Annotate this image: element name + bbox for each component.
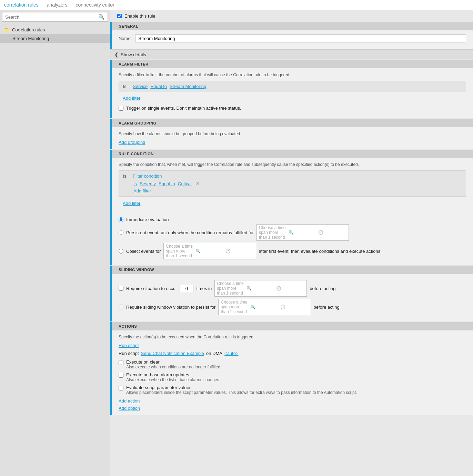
dma-value-link[interactable]: <auto> [224, 351, 239, 356]
sidebar-item-stream-monitoring[interactable]: Stream Monitoring [0, 34, 110, 43]
enable-rule-checkbox[interactable] [117, 14, 122, 18]
general-section-body: Name: [110, 30, 473, 49]
execute-on-clear-checkbox[interactable] [119, 360, 123, 365]
alarm-grouping-header: ALARM GROUPING [110, 119, 473, 127]
collect-timespan-input[interactable]: Choose a time span more than 1 second 🔍 … [163, 243, 256, 259]
rc-inner-add-filter-link[interactable]: Add filter [133, 188, 151, 194]
script-name-link[interactable]: Send Chat Notification Example [141, 351, 204, 356]
trigger-single-events-label: Trigger on single events. Don't maintain… [126, 106, 241, 111]
add-grouping-link[interactable]: Add grouping [119, 140, 145, 145]
persistent-timespan-placeholder: Choose a time span more than 1 second [259, 225, 287, 240]
name-label: Name: [119, 36, 132, 41]
sidebar-item-correlation-rules[interactable]: 📁 Correlation rules [0, 25, 110, 34]
execute-on-clear-row: Execute on clear Also execute when condi… [119, 359, 466, 369]
evaluate-script-label: Evaluate script parameter values [126, 385, 357, 390]
clock-timespan-icon[interactable]: 🕐 [318, 230, 346, 235]
content-area: Enable this rule GENERAL Name: ❮ Show de… [110, 10, 473, 476]
rc-filter-condition-link[interactable]: Filter condition [133, 173, 162, 179]
show-details-toggle[interactable]: ❮ Show details [110, 49, 473, 59]
sliding-window-body: Require situation to occur times in Choo… [110, 274, 473, 321]
nav-analyzers[interactable]: analyzers [47, 2, 68, 8]
nav-correlation-rules[interactable]: correlation rules [4, 2, 39, 8]
execute-on-clear-label: Execute on clear [126, 359, 220, 365]
require-situation-row: Require situation to occur times in Choo… [119, 280, 466, 297]
run-script-row: Run script Send Chat Notification Exampl… [119, 351, 466, 356]
alarm-add-filter-link[interactable]: Add filter [123, 96, 140, 101]
require-situation-checkbox[interactable] [119, 286, 123, 291]
search-timespan-icon[interactable]: 🔍 [289, 230, 317, 235]
rc-row2: Is Severity Equal to Critical ✕ [123, 181, 462, 186]
general-section-header: GENERAL [110, 22, 473, 30]
execute-on-base-checkbox[interactable] [119, 373, 123, 378]
nav-connectivity-editor[interactable]: connectivity editor [76, 2, 114, 8]
immediate-evaluation-radio[interactable] [119, 217, 123, 222]
persist-violation-checkbox[interactable] [119, 305, 123, 309]
rule-condition-filter-outer: Is Filter condition Is Severity Equal to… [119, 170, 466, 197]
persist-timespan-input[interactable]: Choose a time span more than 1 second 🔍 … [218, 299, 311, 315]
times-in-label: times in [196, 286, 212, 291]
enable-rule-label: Enable this rule [124, 13, 155, 19]
filter-equal-to[interactable]: Equal to [150, 84, 167, 89]
filter-value-stream-monitoring[interactable]: Stream Monitoring [170, 84, 206, 89]
rc-outer-add-filter-link[interactable]: Add filter [123, 201, 140, 206]
search-collect-icon[interactable]: 🔍 [195, 249, 224, 254]
enable-rule-row: Enable this rule [110, 10, 473, 22]
persist-clock-icon[interactable]: 🕐 [280, 305, 309, 309]
alarm-filter-section: ALARM FILTER Specify a filter to limit t… [110, 60, 473, 118]
sw-search-icon[interactable]: 🔍 [246, 286, 275, 291]
alarm-grouping-body: Specify how the alarms should be grouped… [110, 127, 473, 149]
general-section: GENERAL Name: ❮ Show details [110, 22, 473, 59]
sw-timespan-input[interactable]: Choose a time span more than 1 second 🔍 … [214, 280, 307, 297]
rc-inner-is-link[interactable]: Is [133, 181, 137, 186]
execute-on-base-desc: Also execute when the list of base alarm… [126, 377, 219, 382]
alarm-filter-desc: Specify a filter to limit the number of … [119, 72, 466, 77]
rc-equal-to-link[interactable]: Equal to [159, 181, 175, 186]
add-action-link[interactable]: Add action [119, 398, 466, 404]
is-label: Is [123, 84, 130, 89]
evaluate-script-checkbox[interactable] [119, 386, 123, 390]
collect-events-suffix: after first event, then evaluate conditi… [259, 249, 381, 254]
rc-is-label: Is [123, 174, 130, 179]
trigger-single-events-checkbox[interactable] [119, 106, 123, 111]
clock-collect-icon[interactable]: 🕐 [225, 249, 254, 254]
name-input[interactable] [135, 34, 466, 42]
rc-remove-icon[interactable]: ✕ [196, 181, 200, 186]
search-button[interactable]: 🔍 [98, 14, 105, 20]
folder-icon: 📁 [4, 27, 10, 32]
sliding-window-section: SLIDING WINDOW Require situation to occu… [110, 266, 473, 321]
main-layout: 🔍 📁 Correlation rules Stream Monitoring … [0, 10, 473, 476]
filter-field-service[interactable]: Service [133, 84, 148, 89]
rc-critical-link[interactable]: Critical [178, 181, 192, 186]
persist-violation-row: Require sliding window violation to pers… [119, 299, 466, 315]
actions-desc: Specify the action(s) to be executed whe… [119, 335, 466, 339]
alarm-filter-header: ALARM FILTER [110, 60, 473, 68]
persist-before-acting-label: before acting [314, 305, 340, 310]
search-input[interactable] [5, 14, 98, 20]
evaluation-radio-section: Immediate evaluation Persistent event: a… [110, 211, 473, 265]
execute-on-base-label: Execute on base alarm updates [126, 372, 219, 377]
name-row: Name: [119, 34, 466, 42]
rc-severity-link[interactable]: Severity [140, 181, 156, 186]
actions-header: ACTIONS [110, 322, 473, 330]
run-script-link[interactable]: Run script [119, 343, 466, 348]
actions-section: ACTIONS Specify the action(s) to be exec… [110, 322, 473, 415]
sw-clock-icon[interactable]: 🕐 [276, 286, 304, 291]
alarm-filter-body: Specify a filter to limit the number of … [110, 68, 473, 118]
add-option-link[interactable]: Add option [119, 406, 466, 411]
persistent-timespan-input[interactable]: Choose a time span more than 1 second 🔍 … [256, 224, 349, 241]
collect-events-radio[interactable] [119, 249, 123, 254]
top-nav: correlation rules analyzers connectivity… [0, 0, 473, 10]
persist-search-icon[interactable]: 🔍 [250, 305, 279, 309]
times-input[interactable] [180, 285, 193, 292]
collect-timespan-placeholder: Choose a time span more than 1 second [166, 244, 194, 258]
actions-body: Specify the action(s) to be executed whe… [110, 330, 473, 415]
alarm-add-filter-row: Add filter [119, 94, 466, 102]
persist-violation-label: Require sliding window violation to pers… [126, 305, 215, 310]
evaluate-script-info: Evaluate script parameter values Allows … [126, 385, 357, 395]
persistent-event-radio[interactable] [119, 230, 123, 235]
evaluate-script-desc: Allows placeholders inside the script pa… [126, 390, 357, 395]
persistent-event-row: Persistent event: act only when the cond… [119, 224, 466, 241]
collect-events-row: Collect events for Choose a time span mo… [119, 243, 466, 259]
before-acting-label: before acting [310, 286, 335, 291]
execute-on-clear-desc: Also execute when conditions are no long… [126, 365, 220, 369]
